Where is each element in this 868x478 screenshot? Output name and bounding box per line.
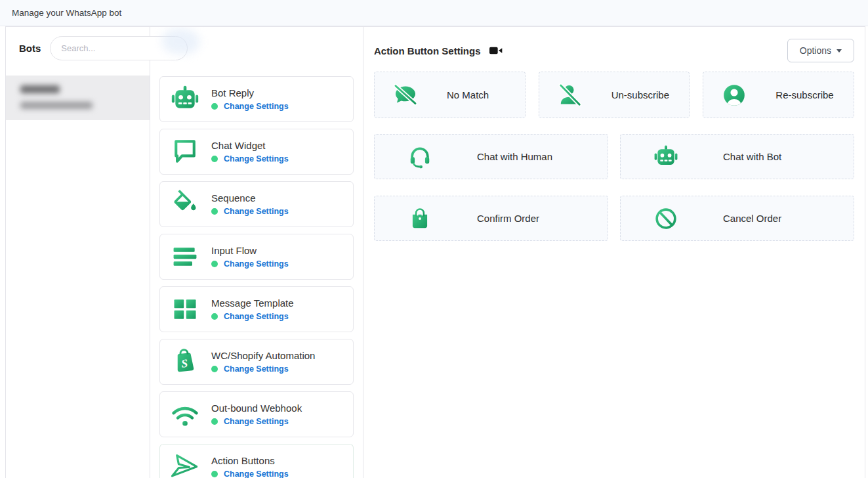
wifi-icon	[171, 400, 199, 429]
feature-title: Action Buttons	[211, 455, 289, 466]
ban-icon	[653, 206, 678, 231]
chevron-down-icon	[837, 49, 842, 53]
feature-title: Sequence	[211, 192, 289, 204]
action-tiles-row-2: Chat with Human Chat	[374, 134, 854, 179]
feature-card-outbound-webhook[interactable]: Out-bound Webhook Change Settings	[159, 391, 354, 437]
action-tile-un-subscribe[interactable]: Un-subscribe	[539, 72, 690, 118]
comment-slash-icon	[393, 83, 418, 108]
panel-title: Action Button Settings	[374, 45, 480, 56]
top-header-bar: Manage your WhatsApp bot	[0, 0, 868, 26]
feature-title: Input Flow	[211, 245, 289, 256]
status-dot	[211, 103, 218, 110]
status-dot	[211, 313, 218, 320]
bot-list-item-selected[interactable]	[6, 76, 150, 120]
action-tile-chat-with-human[interactable]: Chat with Human	[374, 134, 608, 179]
feature-title: Out-bound Webhook	[211, 402, 302, 414]
feature-card-input-flow[interactable]: Input Flow Change Settings	[159, 234, 354, 280]
tile-label: Chat with Bot	[723, 151, 781, 162]
feature-cards-column: Bot Reply Change Settings Chat Widget Ch…	[150, 27, 363, 478]
status-dot	[211, 261, 218, 267]
feature-card-bot-reply[interactable]: Bot Reply Change Settings	[159, 76, 354, 122]
tile-label: No Match	[447, 89, 489, 100]
action-tile-re-subscribe[interactable]: Re-subscribe	[703, 72, 854, 118]
sidebar-header: Bots	[6, 27, 150, 69]
shopping-bag-icon	[407, 206, 432, 231]
panel-header: Action Button Settings Options	[374, 37, 854, 64]
feature-title: Chat Widget	[211, 140, 289, 151]
feature-card-sequence[interactable]: Sequence Change Settings	[159, 181, 354, 227]
tile-label: Confirm Order	[477, 213, 539, 224]
chat-bubble-icon	[171, 137, 199, 166]
feature-title: WC/Shopify Automation	[211, 350, 315, 361]
main-container: Bots	[5, 26, 865, 478]
video-camera-icon	[489, 46, 503, 55]
change-settings-link[interactable]: Change Settings	[224, 417, 289, 426]
tile-label: Chat with Human	[477, 151, 552, 162]
feature-card-message-template[interactable]: Message Template Change Settings	[159, 286, 354, 332]
feature-card-chat-widget[interactable]: Chat Widget Change Settings	[159, 129, 354, 175]
headset-icon	[407, 144, 432, 169]
change-settings-link[interactable]: Change Settings	[224, 469, 289, 478]
tile-label: Re-subscribe	[775, 89, 833, 100]
change-settings-link[interactable]: Change Settings	[224, 259, 289, 269]
blurred-bot-phone-number	[20, 102, 93, 109]
change-settings-link[interactable]: Change Settings	[224, 154, 289, 163]
feature-card-action-buttons[interactable]: Action Buttons Change Settings	[159, 444, 354, 478]
status-dot	[211, 471, 218, 477]
blurred-avatar-blob	[162, 28, 200, 54]
feature-title: Message Template	[211, 297, 294, 309]
tile-label: Un-subscribe	[611, 89, 669, 100]
action-tile-no-match[interactable]: No Match	[374, 72, 526, 118]
status-dot	[211, 366, 218, 372]
circle-user-icon	[722, 83, 747, 108]
page-title: Manage your WhatsApp bot	[12, 8, 121, 18]
action-tile-confirm-order[interactable]: Confirm Order	[374, 196, 608, 241]
sidebar-title: Bots	[19, 43, 41, 54]
action-tiles-row-3: Confirm Order Cancel Order	[374, 196, 854, 241]
robot-icon	[171, 85, 199, 114]
bots-sidebar: Bots	[6, 27, 150, 478]
grid-icon	[171, 295, 199, 324]
change-settings-link[interactable]: Change Settings	[224, 312, 289, 321]
change-settings-link[interactable]: Change Settings	[224, 102, 289, 111]
svg-text:S: S	[180, 357, 188, 370]
action-button-settings-panel: Action Button Settings Options	[363, 27, 865, 478]
tile-label: Cancel Order	[723, 213, 781, 224]
status-dot	[211, 156, 218, 162]
paint-bucket-icon	[171, 190, 199, 219]
robot-icon	[653, 144, 678, 169]
change-settings-link[interactable]: Change Settings	[224, 364, 289, 374]
paper-plane-icon	[171, 452, 199, 478]
options-dropdown-button[interactable]: Options	[787, 39, 854, 62]
user-slash-icon	[558, 83, 583, 108]
action-tile-chat-with-bot[interactable]: Chat with Bot	[620, 134, 854, 179]
bars-icon	[171, 242, 199, 271]
action-tile-cancel-order[interactable]: Cancel Order	[620, 196, 854, 241]
options-button-label: Options	[800, 45, 831, 56]
blurred-bot-name	[20, 85, 60, 93]
change-settings-link[interactable]: Change Settings	[224, 207, 289, 216]
feature-card-shopify-automation[interactable]: S WC/Shopify Automation Change Settings	[159, 339, 354, 385]
status-dot	[211, 208, 218, 215]
shopify-bag-icon: S	[171, 347, 199, 376]
status-dot	[211, 418, 218, 425]
feature-title: Bot Reply	[211, 87, 289, 98]
action-tiles-row-1: No Match Un-subscribe	[374, 72, 854, 118]
